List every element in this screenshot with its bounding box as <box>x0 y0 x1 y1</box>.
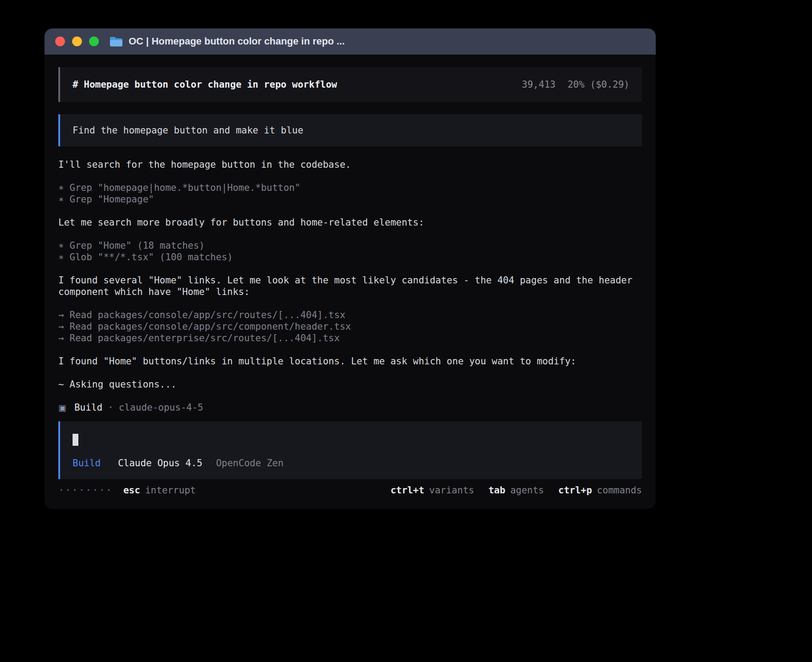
shortcut-key: ctrl+t <box>390 485 424 496</box>
assistant-text-line: I found "Home" buttons/links in multiple… <box>58 355 642 367</box>
shortcut-variants: ctrl+tvariants <box>390 484 474 496</box>
shortcut-key: ctrl+p <box>558 485 592 496</box>
assistant-paragraph: I found "Home" buttons/links in multiple… <box>58 355 642 367</box>
text-cursor <box>73 434 78 446</box>
context-usage: 20% ($0.29) <box>568 79 629 90</box>
titlebar[interactable]: OC | Homepage button color change in rep… <box>45 28 656 55</box>
tool-call-line: ∗ Grep "Home" (18 matches) <box>58 240 642 251</box>
model-id: claude-opus-4-5 <box>119 402 203 413</box>
desktop-background: OC | Homepage button color change in rep… <box>0 0 812 662</box>
assistant-text-line: ~ Asking questions... <box>58 379 642 390</box>
shortcut-key: tab <box>488 485 505 496</box>
assistant-text-line: I found several "Home" links. Let me loo… <box>58 274 642 298</box>
shortcut-label: variants <box>429 485 474 496</box>
user-message: Find the homepage button and make it blu… <box>58 114 642 146</box>
esc-key: esc <box>123 484 140 496</box>
tool-call-group: ∗ Grep "Home" (18 matches)∗ Glob "**/*.t… <box>58 240 642 263</box>
footer-shortcuts: ctrl+tvariantstabagentsctrl+pcommands <box>376 484 642 496</box>
mode-label[interactable]: Build <box>73 458 101 468</box>
terminal-body: # Homepage button color change in repo w… <box>45 55 656 496</box>
tool-call-line: ∗ Grep "Homepage" <box>58 194 642 205</box>
agent-status-icon: ▣ <box>58 402 66 413</box>
progress-dots: ········ <box>58 484 113 496</box>
prompt-input[interactable]: Build Claude Opus 4.5 OpenCode Zen <box>58 421 642 479</box>
assistant-paragraph: I'll search for the homepage button in t… <box>58 159 642 170</box>
terminal-window: OC | Homepage button color change in rep… <box>45 28 656 509</box>
tool-call-line: ∗ Glob "**/*.tsx" (100 matches) <box>58 251 642 263</box>
folder-icon <box>110 36 123 47</box>
tool-call-group: ∗ Grep "homepage|home.*button|Home.*butt… <box>58 182 642 205</box>
shortcut-label: commands <box>597 485 642 496</box>
shortcut-commands: ctrl+pcommands <box>558 484 642 496</box>
zoom-button[interactable] <box>89 36 99 46</box>
status-bar-left: ········ esc interrupt <box>58 484 196 496</box>
input-line[interactable] <box>73 434 629 446</box>
close-button[interactable] <box>55 36 65 46</box>
tool-call-group: → Read packages/console/app/src/routes/[… <box>58 309 642 344</box>
assistant-paragraph: ~ Asking questions... <box>58 379 642 390</box>
status-separator: · <box>108 402 114 413</box>
tool-call-line: → Read packages/console/app/src/routes/[… <box>58 309 642 321</box>
transcript: I'll search for the homepage button in t… <box>58 159 642 390</box>
agent-status-line: ▣ Build · claude-opus-4-5 <box>58 402 642 413</box>
provider-label: OpenCode Zen <box>216 458 284 468</box>
assistant-paragraph: Let me search more broadly for buttons a… <box>58 217 642 228</box>
window-controls <box>55 36 99 46</box>
shortcut-label: agents <box>510 485 544 496</box>
tool-call-line: → Read packages/console/app/src/componen… <box>58 321 642 332</box>
window-title: OC | Homepage button color change in rep… <box>129 36 345 47</box>
agent-name: Build <box>74 402 102 413</box>
user-message-text: Find the homepage button and make it blu… <box>73 125 303 136</box>
assistant-paragraph: I found several "Home" links. Let me loo… <box>58 274 642 298</box>
assistant-text-line: Let me search more broadly for buttons a… <box>58 217 642 228</box>
session-title: # Homepage button color change in repo w… <box>73 79 337 90</box>
model-label[interactable]: Claude Opus 4.5 <box>118 458 203 468</box>
shortcut-agents: tabagents <box>488 484 544 496</box>
input-meta: Build Claude Opus 4.5 OpenCode Zen <box>73 457 629 469</box>
title-group: OC | Homepage button color change in rep… <box>110 36 345 47</box>
assistant-text-line: I'll search for the homepage button in t… <box>58 159 642 170</box>
session-header: # Homepage button color change in repo w… <box>58 67 642 102</box>
tool-call-line: → Read packages/enterprise/src/routes/[.… <box>58 332 642 344</box>
minimize-button[interactable] <box>72 36 82 46</box>
esc-label: interrupt <box>145 484 196 496</box>
status-bar: ········ esc interrupt ctrl+tvariantstab… <box>58 484 642 496</box>
token-count: 39,413 <box>522 79 556 90</box>
session-stats: 39,413 20% ($0.29) <box>522 79 629 90</box>
tool-call-line: ∗ Grep "homepage|home.*button|Home.*butt… <box>58 182 642 194</box>
